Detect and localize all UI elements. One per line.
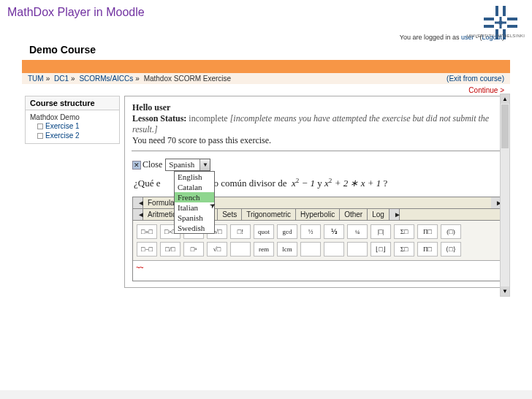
- lang-opt-spanish[interactable]: Spanish: [175, 213, 214, 223]
- svg-rect-12: [500, 25, 502, 28]
- svg-rect-0: [495, 6, 498, 16]
- tree-root: Mathdox Demo: [30, 113, 115, 121]
- lang-opt-english[interactable]: English: [175, 172, 214, 182]
- close-icon[interactable]: ✕: [132, 161, 141, 170]
- moodle-embedded-page: You are logged in as user - (Logout) Dem…: [22, 32, 510, 288]
- palette-button[interactable]: rem: [254, 242, 274, 256]
- palette-button[interactable]: [230, 242, 251, 256]
- palette-button[interactable]: Π□: [417, 224, 438, 239]
- svg-rect-10: [503, 22, 506, 24]
- palette-button[interactable]: Π□: [417, 242, 438, 256]
- greeting: Hello user: [132, 102, 502, 113]
- svg-rect-4: [507, 18, 517, 20]
- palette-button[interactable]: ¼: [347, 224, 368, 239]
- scroll-up-icon[interactable]: ▲: [501, 94, 509, 104]
- language-selected: Spanish: [166, 159, 200, 170]
- sidebar-title: Course structure: [25, 96, 120, 110]
- palette-button[interactable]: ⌊□⌋: [370, 242, 391, 256]
- palette-button[interactable]: [347, 242, 368, 256]
- course-structure-block: Course structure Mathdox Demo Exercise 1…: [25, 96, 120, 144]
- pass-score-line: You need 70 score to pass this exercise.: [132, 135, 502, 146]
- cat-scroll-left-icon[interactable]: ◄: [133, 209, 143, 220]
- sidebar-item-exercise1[interactable]: Exercise 1: [37, 121, 115, 131]
- palette-button[interactable]: quot: [254, 224, 274, 239]
- continue-link[interactable]: Continue >: [468, 86, 504, 94]
- language-dropdown: English Catalan French Italian Spanish S…: [174, 171, 215, 234]
- orange-divider: [22, 60, 510, 73]
- svg-rect-1: [503, 6, 506, 16]
- palette-button[interactable]: lcm: [277, 242, 297, 256]
- slide-title: MathDox Player in Moodle: [0, 0, 532, 25]
- scroll-down-icon[interactable]: ▼: [501, 286, 509, 296]
- palette-button[interactable]: □/□: [160, 242, 180, 256]
- svg-rect-5: [507, 25, 517, 28]
- footer-band: [0, 390, 532, 399]
- vertical-scrollbar[interactable]: ▲ ▼: [500, 94, 510, 297]
- exit-course-link[interactable]: (Exit from course): [446, 75, 504, 83]
- palette-button[interactable]: [324, 242, 344, 256]
- svg-rect-9: [495, 22, 498, 24]
- tab-hyperbolic[interactable]: Hyperbolic: [296, 209, 340, 220]
- tab-trigonometric[interactable]: Trigonometric: [242, 209, 296, 220]
- svg-point-8: [498, 20, 503, 25]
- formula-input[interactable]: ~~: [133, 260, 501, 281]
- close-label: Close: [142, 159, 162, 170]
- crumb-dc1[interactable]: DC1: [54, 75, 69, 83]
- palette-button[interactable]: (□): [441, 224, 461, 239]
- checkbox-icon: [37, 133, 43, 139]
- palette-button[interactable]: |□|: [370, 224, 391, 239]
- crumb-current: Mathdox SCORM Exercise: [144, 75, 231, 83]
- palette-button[interactable]: □ⁿ: [183, 242, 204, 256]
- page-title: Demo Course: [29, 44, 510, 56]
- palette-button[interactable]: □−□: [137, 242, 157, 256]
- tab-scroll-left-icon[interactable]: ◄: [133, 197, 143, 208]
- lang-opt-catalan[interactable]: Catalan: [175, 182, 214, 192]
- language-select[interactable]: Spanish ▼: [165, 159, 210, 171]
- svg-rect-11: [500, 17, 502, 20]
- palette-button[interactable]: □!: [230, 224, 251, 239]
- sidebar-item-exercise2[interactable]: Exercise 2: [37, 131, 115, 140]
- tab-other[interactable]: Other: [340, 209, 368, 220]
- breadcrumb: TUM» DC1» SCORMs/AICCs» Mathdox SCORM Ex…: [28, 75, 231, 83]
- palette-button[interactable]: Σ□: [394, 242, 414, 256]
- tab-sets[interactable]: Sets: [218, 209, 242, 220]
- scorm-content-frame: Hello user Lesson Status: incomplete [in…: [124, 96, 510, 288]
- palette-button[interactable]: Σ□: [394, 224, 414, 239]
- scroll-thumb[interactable]: [501, 104, 509, 148]
- palette-button[interactable]: [300, 242, 321, 256]
- crumb-tum[interactable]: TUM: [28, 75, 44, 83]
- math-expr-1: x2 − 1: [292, 178, 315, 189]
- palette-button[interactable]: ½: [300, 224, 321, 239]
- login-prefix: You are logged in as: [400, 34, 461, 41]
- lang-opt-french[interactable]: French: [175, 192, 214, 202]
- palette-button[interactable]: □+□: [137, 224, 157, 239]
- logo-caption: UNIVERSITY OF HELSINKI: [467, 34, 525, 38]
- math-expr-2: x2 + 2 ∗ x + 1: [324, 178, 381, 189]
- palette-button[interactable]: ⟨□⟩: [441, 242, 461, 256]
- lang-opt-swedish[interactable]: Swedish: [175, 223, 214, 233]
- crumb-scorms[interactable]: SCORMs/AICCs: [79, 75, 133, 83]
- breadcrumb-bar: TUM» DC1» SCORMs/AICCs» Mathdox SCORM Ex…: [22, 73, 510, 84]
- palette-button[interactable]: ⅓: [324, 224, 344, 239]
- tab-log[interactable]: Log: [368, 209, 390, 220]
- language-row: ✕ Close Spanish ▼ English Catalan French…: [132, 159, 502, 171]
- svg-rect-3: [484, 25, 494, 28]
- login-status: You are logged in as user - (Logout): [22, 32, 510, 42]
- svg-rect-2: [484, 18, 494, 20]
- palette-button[interactable]: √□: [207, 242, 227, 256]
- checkbox-icon: [37, 123, 43, 129]
- cat-scroll-right-icon[interactable]: ►: [390, 209, 400, 220]
- chevron-down-icon: ▼: [200, 159, 210, 170]
- lesson-status-line: Lesson Status: incomplete [incomplete me…: [132, 113, 502, 135]
- palette-button[interactable]: gcd: [277, 224, 297, 239]
